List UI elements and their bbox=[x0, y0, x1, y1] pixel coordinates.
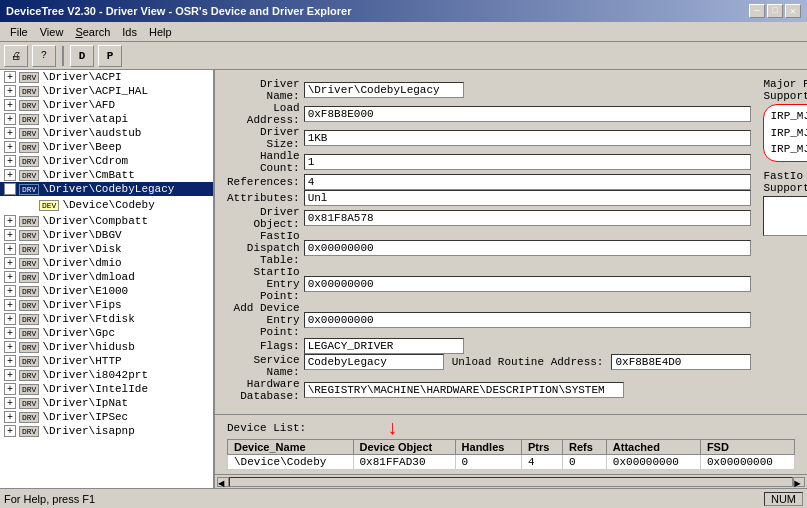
drv-icon: DRV bbox=[19, 272, 39, 283]
tree-expand-icon[interactable]: + bbox=[4, 271, 16, 283]
arrow-down-icon: ↓ bbox=[386, 419, 398, 439]
tree-item[interactable]: +DRV\Driver\atapi bbox=[0, 112, 213, 126]
tree-item[interactable]: -DRV\Driver\CodebyLegacy bbox=[0, 182, 213, 196]
tree-expand-icon[interactable] bbox=[24, 197, 36, 213]
status-right: NUM bbox=[764, 492, 803, 506]
tree-item[interactable]: +DRV\Driver\ACPI_HAL bbox=[0, 84, 213, 98]
status-bar: For Help, press F1 NUM bbox=[0, 488, 807, 508]
device-tree-panel[interactable]: +DRV\Driver\ACPI+DRV\Driver\ACPI_HAL+DRV… bbox=[0, 70, 215, 488]
toolbar-separator bbox=[62, 46, 64, 66]
p-button[interactable]: P bbox=[98, 45, 122, 67]
tree-item[interactable]: +DRV\Driver\IntelIde bbox=[0, 382, 213, 396]
references-value: 4 bbox=[304, 174, 752, 190]
device-table-header: FSD bbox=[700, 440, 794, 455]
tree-item[interactable]: +DRV\Driver\audstub bbox=[0, 126, 213, 140]
tree-item[interactable]: +DRV\Driver\hidusb bbox=[0, 340, 213, 354]
fastio-dispatch-value: 0x00000000 bbox=[304, 240, 752, 256]
table-cell: 0x81FFAD30 bbox=[353, 455, 455, 470]
tree-item[interactable]: +DRV\Driver\Disk bbox=[0, 242, 213, 256]
drv-icon: DRV bbox=[19, 128, 39, 139]
scroll-right-btn[interactable]: ► bbox=[793, 477, 805, 487]
tree-item[interactable]: +DRV\Driver\DBGV bbox=[0, 228, 213, 242]
tree-expand-icon[interactable]: + bbox=[4, 99, 16, 111]
fastio-box bbox=[763, 196, 807, 236]
tree-expand-icon[interactable]: + bbox=[4, 243, 16, 255]
menu-ids[interactable]: Ids bbox=[116, 25, 143, 39]
tree-item[interactable]: +DRV\Driver\isapnp bbox=[0, 424, 213, 438]
tree-item[interactable]: +DRV\Driver\IpNat bbox=[0, 396, 213, 410]
tree-expand-icon[interactable]: + bbox=[4, 425, 16, 437]
startio-value: 0x00000000 bbox=[304, 276, 752, 292]
fastio-label: FastIo Entry Points Supported: bbox=[763, 170, 807, 194]
tree-expand-icon[interactable]: + bbox=[4, 229, 16, 241]
maximize-button[interactable]: □ bbox=[767, 4, 783, 18]
tree-item[interactable]: +DRV\Driver\HTTP bbox=[0, 354, 213, 368]
tree-expand-icon[interactable]: + bbox=[4, 257, 16, 269]
tree-item[interactable]: +DRV\Driver\AFD bbox=[0, 98, 213, 112]
tree-item[interactable]: +DRV\Driver\Gpc bbox=[0, 326, 213, 340]
driver-object-label: Driver Object: bbox=[227, 206, 304, 230]
tree-item[interactable]: +DRV\Driver\CmBatt bbox=[0, 168, 213, 182]
flags-label: Flags: bbox=[227, 338, 304, 354]
d-button[interactable]: D bbox=[70, 45, 94, 67]
scroll-left-btn[interactable]: ◄ bbox=[217, 477, 229, 487]
tree-expand-icon[interactable]: + bbox=[4, 383, 16, 395]
fastio-dispatch-label: FastIo Dispatch Table: bbox=[227, 230, 304, 266]
drv-icon: DRV bbox=[19, 114, 39, 125]
tree-item[interactable]: +DRV\Driver\ACPI bbox=[0, 70, 213, 84]
tree-expand-icon[interactable]: + bbox=[4, 299, 16, 311]
tree-expand-icon[interactable]: + bbox=[4, 341, 16, 353]
minimize-button[interactable]: ─ bbox=[749, 4, 765, 18]
close-button[interactable]: ✕ bbox=[785, 4, 801, 18]
menu-search[interactable]: Search bbox=[69, 25, 116, 39]
driver-object-value: 0x81F8A578 bbox=[304, 210, 752, 226]
tree-item[interactable]: DEV\Device\Codeby bbox=[0, 196, 213, 214]
drv-icon: DRV bbox=[19, 170, 39, 181]
tree-expand-icon[interactable]: + bbox=[4, 155, 16, 167]
tree-expand-icon[interactable]: + bbox=[4, 215, 16, 227]
tree-item[interactable]: +DRV\Driver\i8042prt bbox=[0, 368, 213, 382]
help-button[interactable]: ? bbox=[32, 45, 56, 67]
tree-expand-icon[interactable]: + bbox=[4, 355, 16, 367]
drv-icon: DRV bbox=[19, 426, 39, 437]
tree-item-label: \Driver\CodebyLegacy bbox=[42, 183, 174, 195]
tree-expand-icon[interactable]: + bbox=[4, 141, 16, 153]
tree-expand-icon[interactable]: - bbox=[4, 183, 16, 195]
tree-expand-icon[interactable]: + bbox=[4, 113, 16, 125]
tree-expand-icon[interactable]: + bbox=[4, 369, 16, 381]
details-area: Driver Name: \Driver\CodebyLegacy Load A… bbox=[215, 70, 807, 414]
tree-item[interactable]: +DRV\Driver\IPSec bbox=[0, 410, 213, 424]
print-button[interactable]: 🖨 bbox=[4, 45, 28, 67]
tree-expand-icon[interactable]: + bbox=[4, 285, 16, 297]
table-row: \Device\Codeby0x81FFAD300400x000000000x0… bbox=[228, 455, 795, 470]
tree-item-label: \Driver\Gpc bbox=[42, 327, 115, 339]
tree-item[interactable]: +DRV\Driver\Beep bbox=[0, 140, 213, 154]
menu-bar: File View Search Ids Help bbox=[0, 22, 807, 42]
tree-item[interactable]: +DRV\Driver\Ftdisk bbox=[0, 312, 213, 326]
tree-item[interactable]: +DRV\Driver\Fips bbox=[0, 298, 213, 312]
menu-view[interactable]: View bbox=[34, 25, 70, 39]
scroll-track[interactable] bbox=[229, 477, 793, 487]
tree-item-label: \Driver\Fips bbox=[42, 299, 121, 311]
tree-expand-icon[interactable]: + bbox=[4, 397, 16, 409]
tree-item[interactable]: +DRV\Driver\Compbatt bbox=[0, 214, 213, 228]
horizontal-scrollbar[interactable]: ◄ ► bbox=[215, 474, 807, 488]
menu-help[interactable]: Help bbox=[143, 25, 178, 39]
table-cell: \Device\Codeby bbox=[228, 455, 354, 470]
tree-expand-icon[interactable]: + bbox=[4, 71, 16, 83]
menu-file[interactable]: File bbox=[4, 25, 34, 39]
tree-expand-icon[interactable]: + bbox=[4, 327, 16, 339]
window-controls[interactable]: ─ □ ✕ bbox=[749, 4, 801, 18]
right-panel: Driver Name: \Driver\CodebyLegacy Load A… bbox=[215, 70, 807, 488]
tree-expand-icon[interactable]: + bbox=[4, 169, 16, 181]
tree-item[interactable]: +DRV\Driver\dmio bbox=[0, 256, 213, 270]
tree-item[interactable]: +DRV\Driver\dmload bbox=[0, 270, 213, 284]
tree-item[interactable]: +DRV\Driver\Cdrom bbox=[0, 154, 213, 168]
tree-item[interactable]: +DRV\Driver\E1000 bbox=[0, 284, 213, 298]
tree-expand-icon[interactable]: + bbox=[4, 313, 16, 325]
tree-expand-icon[interactable]: + bbox=[4, 411, 16, 423]
mfc-item: IRP_MJ_DEVICE_CONTROL bbox=[770, 141, 807, 158]
title-bar: DeviceTree V2.30 - Driver View - OSR's D… bbox=[0, 0, 807, 22]
tree-expand-icon[interactable]: + bbox=[4, 127, 16, 139]
tree-expand-icon[interactable]: + bbox=[4, 85, 16, 97]
